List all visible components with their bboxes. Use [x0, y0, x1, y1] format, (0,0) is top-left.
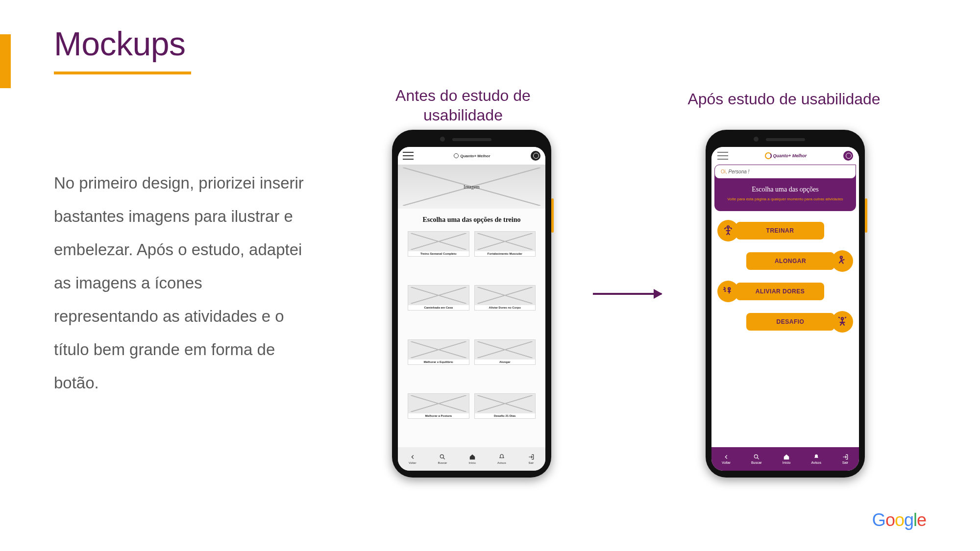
- option-card[interactable]: Desafio 21 Dias: [474, 393, 536, 419]
- nav-search[interactable]: Buscar: [751, 454, 762, 464]
- nav-home[interactable]: Início: [469, 454, 476, 464]
- svg-point-4: [841, 317, 843, 319]
- arrow-icon: [593, 293, 662, 295]
- page-title: Mockups: [54, 24, 191, 63]
- nav-search[interactable]: Buscar: [438, 454, 447, 464]
- option-card[interactable]: Melhorar a Postura: [408, 393, 469, 419]
- svg-point-2: [840, 256, 842, 258]
- screen-before: Quanto+ Melhor Imagem Escolha uma das op…: [398, 147, 545, 471]
- nav-back[interactable]: Voltar: [722, 454, 731, 464]
- challenge-button[interactable]: DESAFIO: [746, 313, 834, 331]
- app-name-label: Quanto+ Melhor: [773, 153, 807, 158]
- panel-subtext: Volte para esta página a qualquer moment…: [719, 196, 851, 202]
- button-row: TREINAR: [720, 220, 850, 241]
- option-card[interactable]: Treino Semanal Completo: [408, 231, 469, 257]
- nav-alerts[interactable]: Avisos: [497, 454, 506, 464]
- option-card[interactable]: Melhorar o Equilíbrio: [408, 339, 469, 365]
- bottom-nav: Voltar Buscar Início Avisos Sair: [711, 447, 859, 471]
- menu-icon[interactable]: [403, 150, 414, 161]
- button-row: ALIVIAR DORES: [720, 281, 850, 302]
- pain-icon: [717, 281, 739, 302]
- phone-mockup-after: Quanto+ Melhor Oi, Persona ! Escolha uma…: [706, 130, 865, 478]
- stretch-button[interactable]: ALONGAR: [746, 252, 834, 270]
- avatar-icon[interactable]: [531, 151, 540, 161]
- button-row: ALONGAR: [720, 250, 850, 272]
- action-buttons: TREINAR ALONGAR ALIVIAR DORES DESAFIO: [711, 211, 859, 447]
- nav-exit[interactable]: Sair: [842, 454, 849, 464]
- stretch-icon: [832, 250, 853, 272]
- svg-point-1: [727, 226, 729, 228]
- title-block: Mockups: [54, 24, 191, 74]
- app-logo: Quanto+ Melhor: [454, 153, 490, 158]
- hero-image-placeholder: Imagem: [398, 165, 545, 209]
- option-card[interactable]: Alongar: [474, 339, 536, 365]
- nav-exit[interactable]: Sair: [528, 454, 535, 464]
- svg-point-5: [754, 455, 758, 458]
- options-grid: Treino Semanal Completo Fortalecimento M…: [398, 229, 545, 447]
- button-row: DESAFIO: [720, 311, 850, 333]
- nav-back[interactable]: Voltar: [409, 454, 416, 464]
- challenge-icon: [832, 311, 853, 333]
- svg-point-0: [440, 455, 443, 458]
- train-button[interactable]: TREINAR: [736, 222, 824, 240]
- nav-home[interactable]: Início: [783, 454, 791, 464]
- svg-point-3: [728, 287, 730, 289]
- app-logo: Quanto+ Melhor: [765, 152, 807, 159]
- greeting: Oi, Persona !: [714, 165, 856, 179]
- menu-icon[interactable]: [717, 150, 728, 161]
- screen-after: Quanto+ Melhor Oi, Persona ! Escolha uma…: [711, 147, 859, 471]
- caption-before: Antes do estudo de usabilidade: [385, 86, 541, 125]
- google-logo: Google: [872, 510, 926, 530]
- instruction-panel: Escolha uma das opções Volte para esta p…: [714, 179, 856, 206]
- section-heading: Escolha uma das opções de treino: [398, 209, 545, 229]
- nav-alerts[interactable]: Avisos: [811, 454, 821, 464]
- caption-after: Após estudo de usabilidade: [686, 89, 882, 109]
- train-icon: [717, 220, 739, 241]
- app-name-label: Quanto+ Melhor: [460, 154, 490, 158]
- greet-hi: Oi,: [721, 169, 729, 174]
- header-panel: Oi, Persona ! Escolha uma das opções Vol…: [714, 165, 856, 211]
- option-card[interactable]: Caminhada em Casa: [408, 285, 469, 311]
- option-card[interactable]: Aliviar Dores no Corpo: [474, 285, 536, 311]
- hero-label: Imagem: [464, 184, 480, 190]
- avatar-icon[interactable]: [843, 151, 853, 161]
- option-card[interactable]: Fortalecimento Muscular: [474, 231, 536, 257]
- accent-bar: [0, 34, 11, 88]
- panel-heading: Escolha uma das opções: [719, 186, 851, 193]
- title-underline: [54, 72, 191, 74]
- greet-name: Persona !: [729, 169, 750, 174]
- bottom-nav: Voltar Buscar Início Avisos Sair: [398, 447, 545, 471]
- pain-button[interactable]: ALIVIAR DORES: [736, 283, 824, 300]
- body-paragraph: No primeiro design, priorizei inserir ba…: [54, 167, 309, 400]
- phone-mockup-before: Quanto+ Melhor Imagem Escolha uma das op…: [392, 130, 551, 478]
